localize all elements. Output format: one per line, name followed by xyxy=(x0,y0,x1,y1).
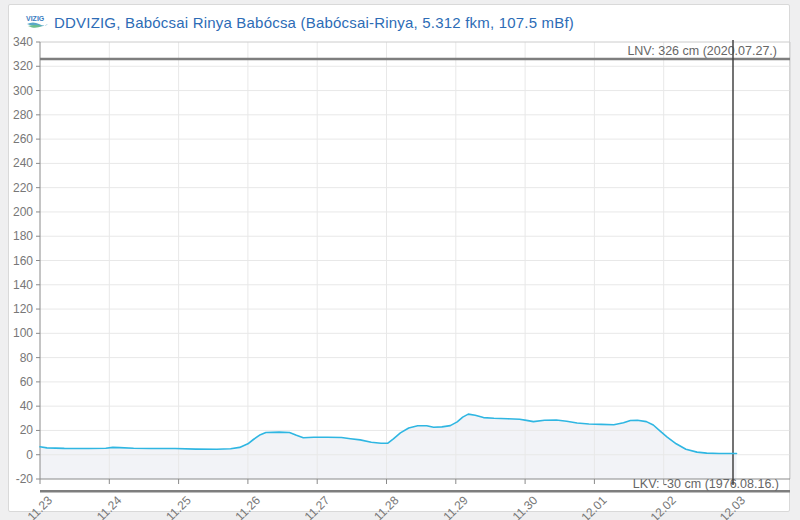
page-background: VIZIG DDVIZIG, Babócsai Rinya Babócsa (B… xyxy=(0,0,800,520)
logo-text: VIZIG xyxy=(26,15,45,22)
chart-card: VIZIG DDVIZIG, Babócsai Rinya Babócsa (B… xyxy=(8,4,790,512)
chart-header: VIZIG DDVIZIG, Babócsai Rinya Babócsa (B… xyxy=(25,10,574,34)
vizig-logo-icon: VIZIG xyxy=(25,13,49,31)
station-title: DDVIZIG, Babócsai Rinya Babócsa (Babócsa… xyxy=(54,14,574,31)
